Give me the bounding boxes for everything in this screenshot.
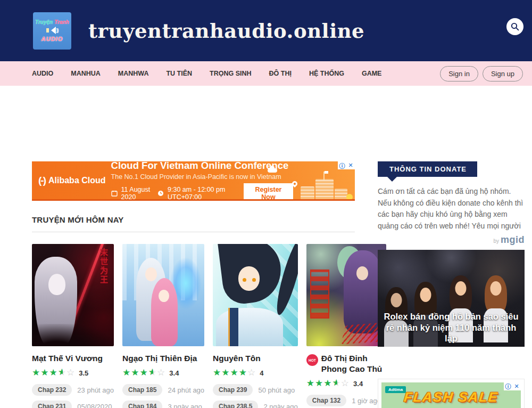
nav-item-manhua[interactable]: MANHUA — [71, 70, 101, 77]
ad-subtitle: The No.1 Cloud Provider in Asia-Pacific … — [111, 173, 293, 181]
chapter-chip[interactable]: Chap 232 — [32, 384, 72, 396]
comic-card: Nguyên Tôn ★★★★☆ 4 Chap 239 50 phút ago … — [213, 244, 298, 408]
star-icon: ☆ — [341, 378, 350, 388]
star-rating-icons: ★★★★☆ — [306, 379, 350, 388]
building-shape — [335, 189, 347, 200]
flash-sale-ad-inner: ⓘ ✕ Adtima FLASH SALE XEM NGAY — [381, 382, 521, 408]
comic-card: Ngạo Thị Thiên Địa ★★★★☆ 3.4 Chap 185 24… — [122, 244, 204, 408]
ad-time: 9:30 am - 12:00 pm UTC+07:00 — [168, 186, 235, 201]
sign-up-button[interactable]: Sign up — [483, 66, 523, 81]
chapter-chip[interactable]: Chap 185 — [122, 384, 162, 396]
native-ad[interactable]: Rolex bán đồng hồ bản sao siêu rẻ nhân k… — [378, 250, 525, 347]
tree-shape — [346, 194, 353, 200]
star-icon: ★ — [140, 368, 148, 378]
ad-text-block: Cloud For Vietnam Online Conference The … — [111, 161, 293, 201]
rating-value: 3.4 — [353, 380, 363, 388]
chapter-time: 2 ngày ago — [263, 403, 297, 408]
adchoices-info-icon[interactable]: ⓘ — [504, 382, 512, 390]
chapter-chip[interactable]: Chap 132 — [306, 395, 346, 406]
ad-event-info: 11 August 2020 9:30 am - 12:00 pm UTC+07… — [111, 183, 293, 201]
star-rating-icons: ★★★★☆ — [213, 368, 256, 378]
logo-word-1: Truyện — [35, 19, 53, 25]
figure-face — [420, 288, 431, 302]
logo-text-top: Truyện Tranh — [35, 20, 69, 25]
figure-face — [455, 281, 466, 296]
comic-card: HOT Đô Thị Đỉnh Phong Cao Thủ ★★★★☆ 3.4 … — [306, 244, 386, 408]
chapter-chip[interactable]: Chap 184 — [122, 401, 162, 408]
adchoices-info-icon[interactable]: ⓘ — [338, 161, 346, 169]
ad-controls: ⓘ ✕ — [504, 382, 521, 390]
star-icon: ☆ — [66, 368, 75, 378]
mgid-tick-icon: ˇ — [526, 0, 528, 4]
clock-icon — [157, 190, 164, 197]
star-icon: ★ — [148, 368, 157, 378]
chapter-chip[interactable]: Chap 239 — [213, 384, 253, 396]
main-column: ⓘ ✕ (-) Alibaba Cloud Cloud For Vietnam … — [32, 161, 355, 408]
comic-card-grid: 末世为王 Mạt Thế Vi Vương ★★★★☆ 3.5 Chap 232… — [32, 244, 355, 408]
logo-word-2: Tranh — [54, 19, 69, 25]
comic-cover[interactable] — [306, 244, 386, 346]
comic-title[interactable]: Mạt Thế Vi Vương — [32, 353, 114, 364]
chapter-time: 3 ngày ago — [168, 403, 202, 408]
donate-heading: THÔNG TIN DONATE — [378, 161, 477, 177]
nav-item-manhwa[interactable]: MANHWA — [118, 70, 149, 77]
chapter-chip[interactable]: Chap 231 — [32, 401, 72, 408]
mgid-by-label: by — [493, 238, 499, 244]
cover-calligraphy-text: 末世为王 — [98, 248, 109, 284]
star-icon: ★ — [239, 368, 247, 378]
comic-cover[interactable] — [213, 244, 298, 346]
figure-face — [491, 281, 502, 296]
rating-row: ★★★★☆ 3.4 — [122, 368, 204, 378]
comic-title[interactable]: Đô Thị Đỉnh Phong Cao Thủ — [321, 353, 386, 374]
cloud-icon — [268, 168, 277, 173]
comic-cover[interactable]: 末世为王 — [32, 244, 114, 346]
star-icon: ★ — [131, 368, 139, 378]
site-title[interactable]: truyentranhaudio.online — [88, 19, 364, 43]
chapter-time: 1 giờ ago — [352, 397, 381, 405]
star-icon: ★ — [213, 368, 221, 378]
cover-art-shape — [310, 270, 329, 319]
native-ad-caption: Rolex bán đồng hồ bản sao siêu rẻ nhân k… — [378, 311, 525, 343]
comic-cover[interactable] — [122, 244, 204, 346]
star-icon: ★ — [323, 378, 332, 388]
nav-item-tu-tien[interactable]: TU TIÊN — [166, 70, 192, 77]
sign-in-button[interactable]: Sign in — [440, 66, 478, 81]
rating-row: ★★★★☆ 3.5 — [32, 368, 114, 378]
star-icon: ★ — [332, 378, 341, 388]
nav-item-trong-sinh[interactable]: TRỌNG SINH — [210, 70, 251, 77]
search-button[interactable] — [506, 18, 523, 35]
star-icon: ★ — [221, 368, 230, 378]
flash-sale-title: FLASH SALE — [381, 389, 521, 405]
nav-item-do-thi[interactable]: ĐÔ THỊ — [269, 70, 292, 77]
chapter-row: Chap 184 3 ngày ago — [122, 401, 204, 408]
star-icon: ★ — [58, 368, 66, 378]
alibaba-ad-banner[interactable]: ⓘ ✕ (-) Alibaba Cloud Cloud For Vietnam … — [32, 161, 355, 201]
ad-close-icon[interactable]: ✕ — [512, 382, 521, 390]
site-logo[interactable]: Truyện Tranh )) AUDIO — [33, 12, 71, 50]
register-now-button[interactable]: Register Now — [244, 183, 293, 201]
mgid-attribution[interactable]: bymgidˇ — [378, 234, 525, 246]
auth-buttons: Sign in Sign up — [440, 66, 523, 81]
comic-title-row: HOT Đô Thị Đỉnh Phong Cao Thủ — [306, 353, 386, 374]
nav-item-audio[interactable]: AUDIO — [32, 70, 53, 77]
star-icon: ★ — [122, 368, 131, 378]
ad-title: Cloud For Vietnam Online Conference — [111, 161, 293, 172]
nav-item-he-thong[interactable]: HỆ THỐNG — [309, 70, 344, 77]
figure-face — [390, 293, 402, 307]
section-divider — [32, 232, 355, 232]
header: Truyện Tranh )) AUDIO truyentranhaudio.o… — [0, 0, 532, 61]
donate-text: Cám ơn tất cả các bạn đã ủng hộ nhóm. Nế… — [378, 186, 525, 232]
star-icon: ★ — [230, 368, 239, 378]
flash-sale-ad[interactable]: ⓘ ✕ Adtima FLASH SALE XEM NGAY — [378, 379, 525, 408]
content: ⓘ ✕ (-) Alibaba Cloud Cloud For Vietnam … — [0, 161, 532, 408]
star-icon: ★ — [306, 378, 315, 388]
nav-item-game[interactable]: GAME — [362, 70, 382, 77]
cover-art-shape — [151, 278, 178, 346]
rating-row: ★★★★☆ 3.4 — [306, 379, 386, 388]
ad-close-icon[interactable]: ✕ — [346, 161, 355, 169]
page: Truyện Tranh )) AUDIO truyentranhaudio.o… — [0, 0, 532, 408]
comic-title[interactable]: Ngạo Thị Thiên Địa — [122, 353, 204, 364]
comic-title[interactable]: Nguyên Tôn — [213, 353, 298, 364]
search-icon — [510, 22, 520, 31]
chapter-chip[interactable]: Chap 238.5 — [213, 401, 258, 408]
